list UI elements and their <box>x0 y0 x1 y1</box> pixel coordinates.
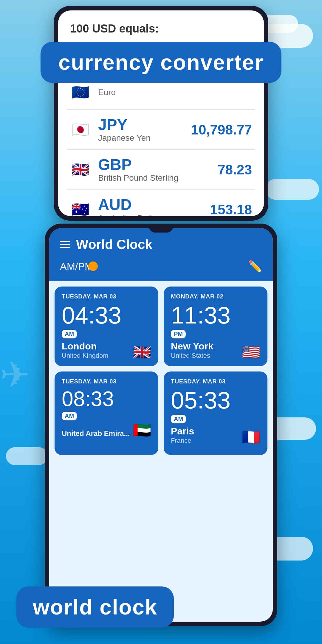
hamburger-line-1 <box>60 241 70 242</box>
clock-screen-title: World Clock <box>76 237 262 252</box>
clock-card-paris[interactable]: TUESDAY, MAR 03 05:33 AM Paris France 🇫🇷 <box>164 371 267 455</box>
jpy-flag: 🇯🇵 <box>70 119 91 140</box>
aud-info: AUD Australian Dollar <box>98 196 210 216</box>
newyork-location: New York United States <box>171 341 213 360</box>
gbp-code: GBP <box>98 156 218 173</box>
paris-bottom: Paris France 🇫🇷 <box>171 426 260 445</box>
paris-time: 05:33 <box>171 388 260 412</box>
eur-flag: 🇪🇺 <box>70 82 91 103</box>
edit-icon[interactable]: ✏️ <box>248 260 262 273</box>
london-flag: 🇬🇧 <box>133 345 151 360</box>
uae-date: TUESDAY, MAR 03 <box>62 378 151 385</box>
newyork-ampm: PM <box>171 330 186 338</box>
hamburger-line-2 <box>60 244 70 245</box>
london-time: 04:33 <box>62 304 151 327</box>
currency-badge-label: currency converter <box>58 50 264 74</box>
newyork-time: 11:33 <box>171 304 260 327</box>
hamburger-line-3 <box>60 247 70 248</box>
jpy-info: JPY Japanese Yen <box>98 116 191 143</box>
jpy-code: JPY <box>98 116 191 133</box>
uae-bottom: United Arab Emira... 🇦🇪 <box>62 423 151 438</box>
newyork-flag: 🇺🇸 <box>242 345 260 360</box>
paris-country: France <box>171 437 194 445</box>
aud-flag: 🇦🇺 <box>70 199 91 216</box>
gbp-flag: 🇬🇧 <box>70 159 91 180</box>
currency-converter-badge: currency converter <box>41 42 281 83</box>
table-row: 🇬🇧 GBP British Pound Sterling 78.23 <box>67 150 255 190</box>
paris-ampm: AM <box>171 415 186 423</box>
london-date: TUESDAY, MAR 03 <box>62 293 151 300</box>
uae-city: United Arab Emira... <box>62 429 130 438</box>
eur-info: Euro <box>98 88 252 97</box>
clock-card-uae[interactable]: TUESDAY, MAR 03 08:33 AM United Arab Emi… <box>55 371 158 455</box>
gbp-info: GBP British Pound Sterling <box>98 156 218 183</box>
aud-code: AUD <box>98 196 210 213</box>
toggle-thumb <box>88 261 98 271</box>
world-clock-badge-label: world clock <box>33 595 157 619</box>
phone-notch <box>149 224 173 233</box>
uae-time: 08:33 <box>62 388 151 409</box>
table-row: 🇯🇵 JPY Japanese Yen 10,798.77 <box>67 110 255 150</box>
paris-city: Paris <box>171 426 194 437</box>
clock-grid: TUESDAY, MAR 03 04:33 AM London United K… <box>49 281 273 460</box>
clock-subheader: AM/PM ✏️ <box>49 257 273 281</box>
gbp-value: 78.23 <box>218 162 252 178</box>
uae-ampm: AM <box>62 412 77 420</box>
jpy-name: Japanese Yen <box>98 133 191 143</box>
menu-button[interactable] <box>60 241 70 248</box>
currency-header: 100 USD equals: <box>58 10 264 41</box>
london-ampm: AM <box>62 330 77 338</box>
london-country: United Kingdom <box>62 352 109 360</box>
world-clock-badge: world clock <box>16 586 174 628</box>
cloud-5 <box>6 447 48 465</box>
world-clock-screen: World Clock AM/PM ✏️ TUESDAY, MAR 03 04:… <box>49 228 273 622</box>
eur-name: Euro <box>98 88 252 97</box>
london-city: London <box>62 341 109 352</box>
uae-flag: 🇦🇪 <box>133 423 151 438</box>
paris-date: TUESDAY, MAR 03 <box>171 378 260 385</box>
world-clock-phone: World Clock AM/PM ✏️ TUESDAY, MAR 03 04:… <box>45 224 277 626</box>
clock-card-london[interactable]: TUESDAY, MAR 03 04:33 AM London United K… <box>55 287 158 366</box>
uae-location: United Arab Emira... <box>62 429 130 438</box>
newyork-date: MONDAY, MAR 02 <box>171 293 260 300</box>
paris-flag: 🇫🇷 <box>242 430 260 445</box>
clock-card-newyork[interactable]: MONDAY, MAR 02 11:33 PM New York United … <box>164 287 267 366</box>
aud-value: 153.18 <box>210 202 252 216</box>
newyork-bottom: New York United States 🇺🇸 <box>171 341 260 360</box>
table-row: 🇦🇺 AUD Australian Dollar 153.18 <box>67 190 255 216</box>
jpy-value: 10,798.77 <box>191 122 252 138</box>
currency-phone-screen: 100 USD equals: 🇺🇸 USD 100 🇪🇺 Euro <box>58 10 264 216</box>
aud-name: Australian Dollar <box>98 213 210 216</box>
newyork-city: New York <box>171 341 213 352</box>
london-location: London United Kingdom <box>62 341 109 360</box>
newyork-country: United States <box>171 352 213 360</box>
cloud-3 <box>265 179 319 200</box>
currency-phone: 100 USD equals: 🇺🇸 USD 100 🇪🇺 Euro <box>54 6 268 221</box>
gbp-name: British Pound Sterling <box>98 173 218 183</box>
paris-location: Paris France <box>171 426 194 445</box>
airplane-icon: ✈ <box>0 354 30 396</box>
london-bottom: London United Kingdom 🇬🇧 <box>62 341 151 360</box>
